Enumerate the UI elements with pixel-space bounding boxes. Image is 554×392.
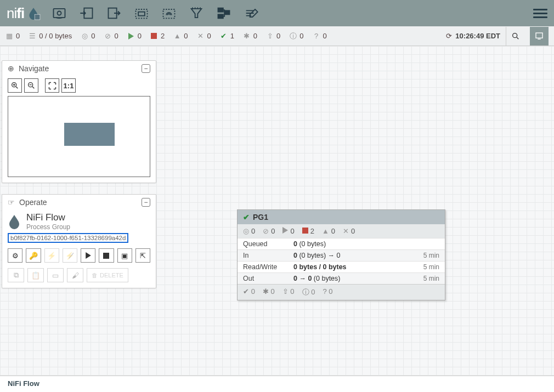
target-icon: ⊕ bbox=[8, 64, 14, 73]
app-logo: nifi bbox=[7, 5, 41, 22]
svg-rect-5 bbox=[136, 9, 148, 18]
operate-title: Operate bbox=[19, 198, 47, 207]
check-icon: ✔ bbox=[220, 32, 228, 40]
add-input-port-button[interactable] bbox=[78, 4, 95, 22]
status-unknown: ?0 bbox=[313, 32, 327, 40]
status-transmit-on: ◎0 bbox=[81, 32, 95, 40]
access-policy-button[interactable]: 🔑 bbox=[26, 248, 41, 263]
svg-rect-6 bbox=[138, 12, 145, 16]
disable-button: ⚡̸ bbox=[63, 248, 77, 263]
configure-button[interactable]: ⚙ bbox=[8, 248, 22, 263]
pg-header: ✔ PG1 bbox=[238, 210, 445, 224]
breadcrumb-bar: NiFi Flow bbox=[0, 376, 554, 392]
add-process-group-button[interactable] bbox=[133, 4, 150, 22]
operate-header: ☞ Operate − bbox=[2, 195, 156, 210]
stop-icon bbox=[103, 253, 109, 259]
operate-title-row: NiFi Flow Process Group bbox=[8, 212, 150, 231]
up-icon: ⇧ bbox=[266, 32, 274, 40]
zoom-in-button[interactable] bbox=[8, 78, 22, 93]
pg-stat-running: 0 bbox=[282, 227, 294, 235]
copy-icon: ⧉ bbox=[14, 271, 19, 280]
group-button: ▭ bbox=[47, 268, 64, 282]
navigate-title: Navigate bbox=[19, 64, 49, 73]
collapse-button[interactable]: − bbox=[142, 64, 150, 73]
pg-row-queued: Queued 0 (0 bytes) bbox=[238, 238, 445, 249]
paste-button: 📋 bbox=[27, 268, 44, 282]
template-icon: ▣ bbox=[121, 252, 128, 260]
zoom-out-button[interactable] bbox=[24, 78, 38, 93]
sync-icon: ✱ bbox=[243, 32, 251, 40]
pg-footer-unknown: ? 0 bbox=[323, 287, 332, 297]
pg-row-out: Out 0 → 0 (0 bytes) 5 min bbox=[238, 272, 445, 284]
add-label-button[interactable] bbox=[242, 4, 260, 22]
add-output-port-button[interactable] bbox=[105, 4, 123, 22]
svg-marker-15 bbox=[86, 252, 91, 259]
pg-stat-transmit-on: ◎0 bbox=[243, 227, 255, 235]
zoom-actual-button[interactable]: 1:1 bbox=[61, 78, 76, 93]
warning-icon: ▲ bbox=[322, 227, 329, 235]
hand-icon: ☞ bbox=[8, 198, 15, 207]
status-valid: ✔1 bbox=[220, 32, 234, 40]
bulletin-panel-button[interactable] bbox=[530, 27, 549, 46]
flash-off-icon: ⚡̸ bbox=[65, 252, 74, 260]
stop-icon bbox=[302, 227, 308, 235]
add-funnel-button[interactable] bbox=[188, 4, 205, 22]
pg-row-rw: Read/Write 0 bytes / 0 bytes 5 min bbox=[238, 261, 445, 272]
global-menu-button[interactable] bbox=[533, 7, 547, 20]
transmit-on-icon: ◎ bbox=[243, 227, 249, 235]
operate-name: NiFi Flow bbox=[26, 212, 70, 223]
svg-rect-16 bbox=[103, 253, 109, 259]
paint-icon: 🖌 bbox=[72, 271, 79, 280]
pg-footer-valid: ✔ 0 bbox=[243, 287, 255, 297]
transmit-on-icon: ◎ bbox=[81, 32, 88, 40]
copy-button: ⧉ bbox=[8, 268, 24, 282]
group-icon: ▭ bbox=[52, 271, 59, 280]
minimap[interactable] bbox=[8, 96, 150, 177]
status-bar: ▦0 ☰0 / 0 bytes ◎0 ⊘0 0 2 ▲0 ✕0 ✔1 ✱0 ⇧0… bbox=[0, 26, 554, 46]
pg-stat-disabled: ✕0 bbox=[343, 227, 355, 235]
process-group-card[interactable]: ✔ PG1 ◎0 ⊘0 0 2 ▲0 ✕0 Queued 0 (0 bytes)… bbox=[237, 209, 445, 300]
collapse-button[interactable]: − bbox=[142, 198, 150, 207]
play-icon bbox=[127, 32, 135, 40]
status-bulletin: ⓘ0 bbox=[289, 32, 303, 40]
navigate-tools: ⛶ 1:1 bbox=[2, 76, 156, 96]
status-invalid: ▲0 bbox=[173, 32, 188, 40]
svg-rect-12 bbox=[536, 33, 542, 38]
enable-button: ⚡ bbox=[44, 248, 59, 263]
minimap-viewport[interactable] bbox=[64, 123, 115, 146]
disabled-icon: ✕ bbox=[343, 227, 349, 235]
status-queue: ☰0 / 0 bytes bbox=[29, 32, 72, 40]
pg-footer-bulletin: ⓘ 0 bbox=[302, 287, 315, 297]
pg-table: Queued 0 (0 bytes) In 0 (0 bytes) → 0 5 … bbox=[238, 238, 445, 284]
gear-icon: ⚙ bbox=[12, 252, 19, 260]
zoom-fit-button[interactable]: ⛶ bbox=[45, 78, 59, 93]
start-button[interactable] bbox=[81, 248, 95, 263]
pg-footer-up: ⇧ 0 bbox=[282, 287, 295, 297]
svg-rect-9 bbox=[224, 10, 229, 14]
create-template-button[interactable]: ▣ bbox=[117, 248, 132, 263]
add-remote-process-group-button[interactable] bbox=[160, 4, 178, 22]
warning-icon: ▲ bbox=[173, 32, 181, 40]
add-template-button[interactable] bbox=[215, 4, 233, 22]
upload-template-button[interactable]: ⇱ bbox=[135, 248, 150, 263]
breadcrumb-path[interactable]: NiFi Flow bbox=[8, 379, 39, 388]
pg-footer-sync: ✱ 0 bbox=[263, 287, 275, 297]
pg-name: PG1 bbox=[253, 213, 268, 221]
key-icon: 🔑 bbox=[29, 252, 38, 260]
add-processor-button[interactable] bbox=[50, 4, 68, 22]
fit-icon: ⛶ bbox=[48, 81, 56, 90]
stop-button[interactable] bbox=[99, 248, 114, 263]
status-transmit-off: ⊘0 bbox=[104, 32, 118, 40]
trash-icon: 🗑 bbox=[92, 272, 98, 279]
operate-panel: ☞ Operate − NiFi Flow Process Group b0f8… bbox=[2, 194, 156, 288]
svg-point-2 bbox=[58, 12, 61, 15]
status-components: ▦0 bbox=[5, 32, 20, 40]
status-refresh[interactable]: ⟳10:26:49 EDT bbox=[445, 32, 500, 40]
up-icon: ⇧ bbox=[282, 287, 289, 296]
disabled-icon: ✕ bbox=[196, 32, 204, 40]
logo-text-suffix: fi bbox=[16, 5, 24, 22]
search-button[interactable] bbox=[506, 27, 524, 46]
operate-uuid[interactable]: b0f827fb-0162-1000-f651-13328699a42d bbox=[8, 233, 128, 243]
transmit-off-icon: ⊘ bbox=[104, 32, 111, 40]
status-up: ⇧0 bbox=[266, 32, 280, 40]
